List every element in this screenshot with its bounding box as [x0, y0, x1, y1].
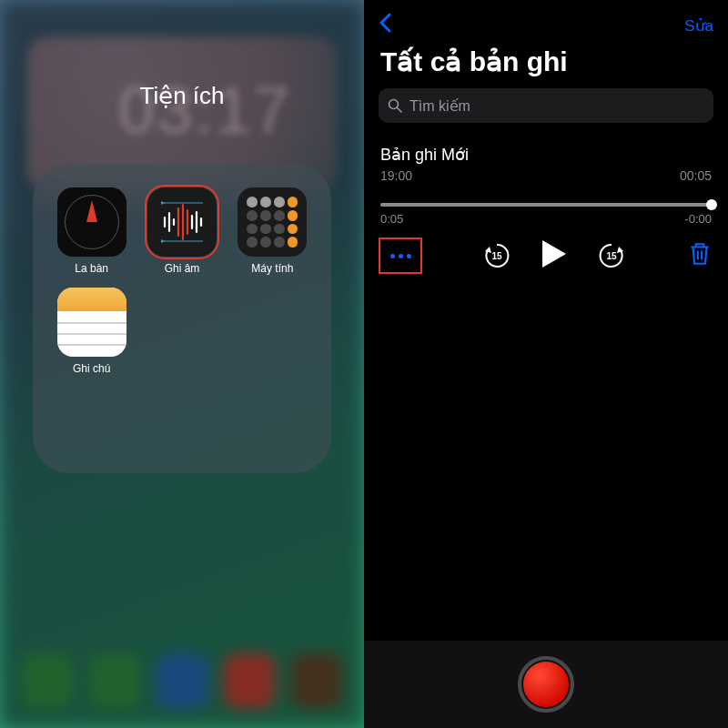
time-remaining: -0:00: [684, 212, 712, 226]
skip-seconds: 15: [597, 241, 626, 270]
page-title: Tất cả bản ghi: [364, 42, 728, 88]
recording-title: Bản ghi Mới: [380, 145, 712, 165]
playback-controls: 15 15: [364, 228, 728, 273]
center-controls: 15 15: [482, 238, 626, 273]
voice-memos-app: Sửa Tất cả bản ghi Tìm kiếm Bản ghi Mới …: [364, 0, 728, 728]
recording-timestamp: 19:00: [380, 168, 412, 183]
calculator-icon: [238, 187, 307, 257]
nav-bar: Sửa: [364, 0, 728, 42]
recording-item[interactable]: Bản ghi Mới 19:00 00:05: [364, 123, 728, 183]
search-placeholder: Tìm kiếm: [410, 97, 470, 115]
record-bar: [364, 641, 728, 728]
ellipsis-icon: [390, 254, 395, 258]
edit-button[interactable]: Sửa: [684, 16, 713, 35]
waveform-icon: [159, 199, 205, 245]
svg-line-14: [398, 108, 402, 113]
voice-memos-icon: [147, 187, 217, 257]
search-icon: [388, 98, 402, 113]
app-label: La bàn: [75, 262, 108, 275]
dock-app-blur: [224, 653, 275, 708]
chevron-left-icon: [379, 13, 391, 33]
dock-app-blur: [22, 653, 73, 708]
folder-title: Tiện ích: [0, 82, 364, 110]
app-label: Ghi chú: [73, 362, 110, 375]
playback-times: 0:05 -0:00: [364, 210, 728, 228]
dock-blur: [0, 637, 364, 728]
ellipsis-icon: [407, 254, 411, 258]
app-label: Máy tính: [251, 262, 293, 275]
trash-icon: [688, 241, 712, 267]
back-button[interactable]: [379, 13, 391, 38]
dock-app-blur: [89, 653, 140, 708]
skip-forward-button[interactable]: 15: [597, 241, 626, 270]
app-folder: La bàn: [33, 164, 331, 473]
skip-seconds: 15: [482, 241, 511, 270]
slider-knob[interactable]: [706, 199, 717, 210]
svg-marker-16: [542, 240, 566, 268]
notes-icon: [57, 288, 126, 357]
app-notes[interactable]: Ghi chú: [55, 288, 128, 375]
play-icon: [539, 238, 570, 269]
home-screen: 03:17 Tiện ích La bàn: [0, 0, 364, 728]
app-grid: La bàn: [55, 187, 309, 375]
recording-duration: 00:05: [680, 168, 712, 183]
dock-app-blur: [291, 653, 342, 708]
record-button[interactable]: [518, 656, 574, 713]
dock-app-blur: [157, 653, 207, 708]
ellipsis-icon: [399, 254, 403, 258]
slider-fill: [380, 203, 712, 207]
app-label: Ghi âm: [165, 262, 200, 275]
playback-slider[interactable]: [380, 203, 712, 207]
app-voice-memos[interactable]: Ghi âm: [145, 187, 218, 275]
time-elapsed: 0:05: [380, 212, 403, 226]
compass-icon: [57, 187, 126, 257]
more-options-button[interactable]: [380, 239, 420, 272]
search-input[interactable]: Tìm kiếm: [379, 88, 713, 123]
play-button[interactable]: [539, 238, 570, 273]
svg-marker-12: [161, 239, 165, 243]
app-compass[interactable]: La bàn: [55, 187, 128, 275]
delete-button[interactable]: [688, 241, 712, 270]
skip-back-button[interactable]: 15: [482, 241, 511, 270]
app-calculator[interactable]: Máy tính: [236, 187, 309, 275]
svg-marker-11: [161, 201, 165, 205]
